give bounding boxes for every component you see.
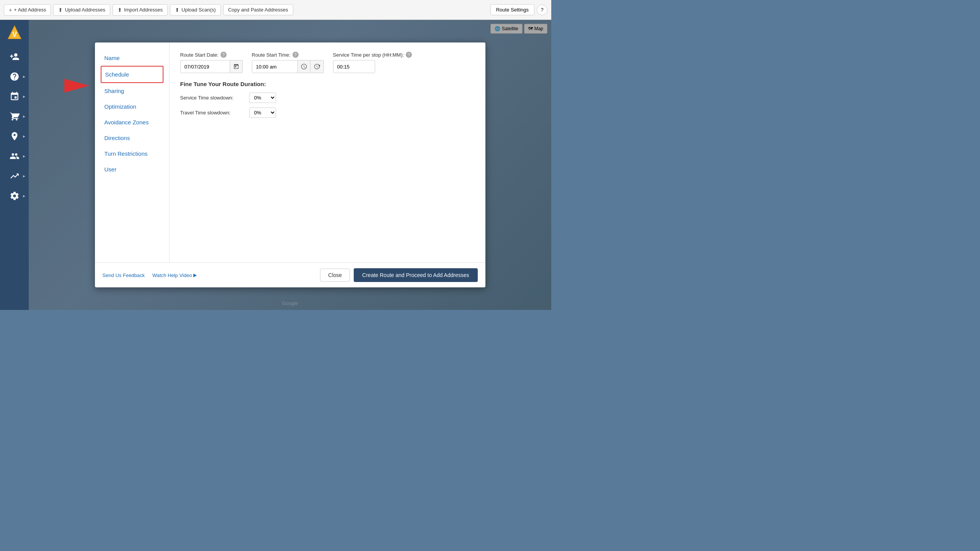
route-settings-modal: Name Schedule Sharing Optimization Avoid…: [95, 42, 485, 287]
sidebar-item-help[interactable]: ▶: [3, 67, 26, 86]
import-addresses-button[interactable]: ⬆ Import Addresses: [113, 4, 168, 16]
routes-expand-icon: ▶: [23, 95, 25, 98]
service-time-label-text: Service Time per stop (HH:MM):: [333, 52, 404, 58]
tracking-expand-icon: ▶: [23, 135, 25, 138]
nav-item-user[interactable]: User: [101, 161, 163, 177]
upload-addresses-button[interactable]: ⬆ Upload Addresses: [53, 4, 110, 16]
import-addresses-label: Import Addresses: [124, 7, 163, 13]
sidebar-item-analytics[interactable]: ▶: [3, 167, 26, 185]
route-start-date-label-text: Route Start Date:: [180, 52, 219, 58]
route-start-date-input-row: [180, 60, 243, 73]
service-time-help-icon[interactable]: ?: [406, 52, 412, 58]
create-route-button[interactable]: Create Route and Proceed to Add Addresse…: [354, 268, 477, 282]
add-address-label: + Add Address: [14, 7, 46, 13]
svg-point-3: [318, 65, 320, 67]
svg-text:V: V: [12, 31, 16, 38]
help-expand-icon: ▶: [23, 75, 25, 78]
modal-body: Name Schedule Sharing Optimization Avoid…: [95, 42, 485, 262]
route-start-time-group: Route Start Time: ?: [252, 52, 324, 73]
modal-footer: Send Us Feedback Watch Help Video ▶ Clos…: [95, 262, 485, 287]
footer-actions: Close Create Route and Proceed to Add Ad…: [320, 268, 477, 282]
route-start-time-label-text: Route Start Time:: [252, 52, 291, 58]
sidebar-item-team[interactable]: ▶: [3, 147, 26, 165]
clock-alt-button[interactable]: [310, 60, 324, 73]
service-slowdown-select[interactable]: 0% 5% 10% 15% 20% 25% 50%: [249, 93, 276, 103]
copy-paste-label: Copy and Paste Addresses: [228, 7, 288, 13]
toolbar: + + Add Address ⬆ Upload Addresses ⬆ Imp…: [0, 0, 551, 20]
watch-help-video-link[interactable]: Watch Help Video ▶: [152, 272, 197, 278]
date-time-row: Route Start Date: ? Rout: [180, 52, 475, 73]
footer-links: Send Us Feedback Watch Help Video ▶: [103, 272, 197, 278]
route-start-time-help-icon[interactable]: ?: [292, 52, 299, 58]
service-time-input[interactable]: [333, 60, 375, 73]
upload-scans-button[interactable]: ⬆ Upload Scan(s): [170, 4, 221, 16]
route-start-time-input-row: [252, 60, 324, 73]
nav-item-sharing[interactable]: Sharing: [101, 83, 163, 99]
sidebar-item-orders[interactable]: ▶: [3, 107, 26, 126]
service-slowdown-label: Service Time slowdown:: [180, 95, 245, 101]
modal-overlay: Name Schedule Sharing Optimization Avoid…: [29, 20, 551, 310]
help-button[interactable]: ?: [537, 5, 547, 15]
clock-button[interactable]: [298, 60, 310, 73]
route-settings-label: Route Settings: [496, 7, 529, 13]
nav-item-directions[interactable]: Directions: [101, 130, 163, 146]
import-icon: ⬆: [118, 7, 122, 13]
red-arrow-icon: [64, 79, 89, 93]
travel-slowdown-select[interactable]: 0% 5% 10% 15% 20% 25% 50%: [249, 108, 276, 118]
route-start-date-input[interactable]: [180, 60, 230, 73]
analytics-expand-icon: ▶: [23, 174, 25, 178]
help-video-label: Watch Help Video: [152, 272, 192, 278]
sidebar: V ▶ ▶ ▶ ▶ ▶ ▶ ▶: [0, 20, 29, 310]
calendar-button[interactable]: [230, 60, 243, 73]
upload-scans-label: Upload Scan(s): [181, 7, 216, 13]
nav-item-schedule[interactable]: Schedule: [101, 66, 163, 83]
sidebar-item-tracking[interactable]: ▶: [3, 127, 26, 145]
send-feedback-link[interactable]: Send Us Feedback: [103, 272, 145, 278]
modal-content: Route Start Date: ? Rout: [170, 42, 485, 262]
modal-nav: Name Schedule Sharing Optimization Avoid…: [95, 42, 170, 262]
red-arrow-container: [64, 79, 89, 93]
video-icon: ▶: [193, 272, 197, 278]
travel-slowdown-label: Travel Time slowdown:: [180, 110, 245, 116]
team-expand-icon: ▶: [23, 155, 25, 158]
sidebar-item-user-add[interactable]: [3, 47, 26, 66]
copy-paste-button[interactable]: Copy and Paste Addresses: [223, 4, 293, 15]
plus-icon: +: [9, 7, 12, 13]
settings-expand-icon: ▶: [23, 194, 25, 198]
service-slowdown-row: Service Time slowdown: 0% 5% 10% 15% 20%…: [180, 93, 475, 103]
sidebar-item-routes[interactable]: ▶: [3, 87, 26, 106]
add-address-button[interactable]: + + Add Address: [4, 4, 51, 16]
route-start-time-input[interactable]: [252, 60, 298, 73]
fine-tune-title: Fine Tune Your Route Duration:: [180, 81, 475, 87]
help-icon: ?: [541, 7, 543, 13]
travel-slowdown-row: Travel Time slowdown: 0% 5% 10% 15% 20% …: [180, 108, 475, 118]
sidebar-item-settings[interactable]: ▶: [3, 187, 26, 205]
scan-icon: ⬆: [175, 7, 180, 13]
route-start-date-label: Route Start Date: ?: [180, 52, 243, 58]
service-time-group: Service Time per stop (HH:MM): ?: [333, 52, 412, 73]
nav-item-avoidance-zones[interactable]: Avoidance Zones: [101, 114, 163, 130]
nav-item-turn-restrictions[interactable]: Turn Restrictions: [101, 146, 163, 161]
service-time-label: Service Time per stop (HH:MM): ?: [333, 52, 412, 58]
route-start-date-help-icon[interactable]: ?: [220, 52, 227, 58]
app-logo: V: [5, 23, 24, 43]
upload-addresses-label: Upload Addresses: [65, 7, 105, 13]
route-start-date-group: Route Start Date: ?: [180, 52, 243, 73]
close-button[interactable]: Close: [320, 269, 350, 282]
orders-expand-icon: ▶: [23, 115, 25, 118]
route-settings-button[interactable]: Route Settings: [490, 4, 534, 15]
route-start-time-label: Route Start Time: ?: [252, 52, 324, 58]
nav-item-name[interactable]: Name: [101, 50, 163, 66]
nav-item-optimization[interactable]: Optimization: [101, 99, 163, 114]
upload-icon: ⬆: [58, 7, 63, 13]
